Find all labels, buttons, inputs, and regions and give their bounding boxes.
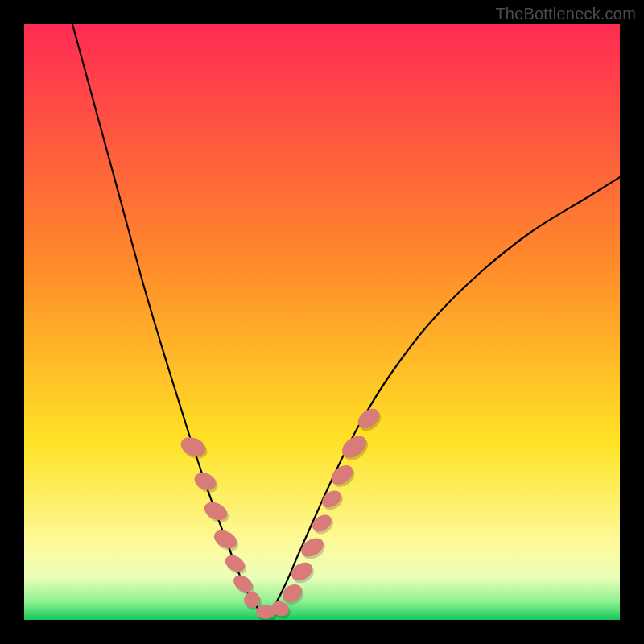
watermark-label: TheBottleneck.com bbox=[495, 5, 636, 23]
chart-frame: TheBottleneck.com bbox=[0, 0, 644, 644]
plot-area bbox=[24, 24, 620, 620]
curves-svg bbox=[24, 24, 620, 620]
bead-left-6 bbox=[244, 592, 260, 608]
left-curve bbox=[72, 24, 266, 616]
